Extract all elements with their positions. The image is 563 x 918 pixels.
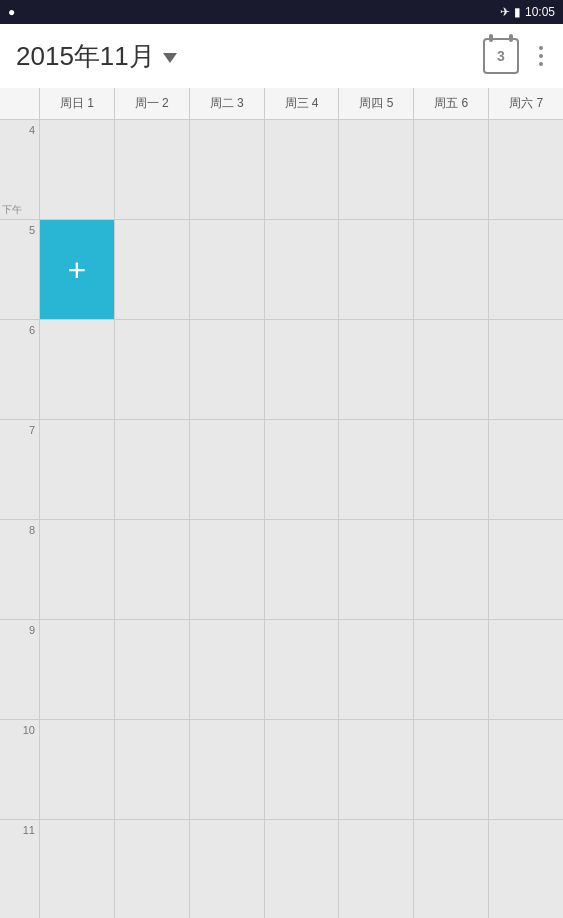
days-grid: + — [40, 120, 563, 918]
app-header: 2015年11月 3 — [0, 24, 563, 88]
day-cell-thu-4 — [339, 120, 413, 220]
weekday-mon: 周一 2 — [115, 88, 190, 119]
day-cell-mon-6 — [115, 320, 189, 420]
day-cell-sun-10 — [40, 720, 114, 820]
day-cell-mon-8 — [115, 520, 189, 620]
weekday-fri: 周五 6 — [414, 88, 489, 119]
time-label-8: 8 — [29, 524, 35, 536]
day-cell-sun-5[interactable]: + — [40, 220, 114, 320]
day-cell-wed-6 — [265, 320, 339, 420]
status-bar: ● ✈ ▮ 10:05 — [0, 0, 563, 24]
airplane-icon: ✈ — [500, 5, 510, 19]
day-column-sun: + — [40, 120, 115, 918]
day-cell-fri-4 — [414, 120, 488, 220]
weekday-thu: 周四 5 — [339, 88, 414, 119]
time-col-spacer — [0, 88, 40, 119]
day-cell-thu-5 — [339, 220, 413, 320]
month-year-label: 2015年11月 — [16, 39, 155, 74]
day-cell-fri-9 — [414, 620, 488, 720]
time-label-11: 11 — [23, 824, 35, 836]
day-cell-mon-11 — [115, 820, 189, 918]
day-cell-mon-7 — [115, 420, 189, 520]
day-cell-sat-5 — [489, 220, 563, 320]
time-slot-10: 10 — [0, 720, 39, 820]
header-icons: 3 — [483, 38, 547, 74]
time-slot-8: 8 — [0, 520, 39, 620]
calendar-icon-date: 3 — [497, 48, 505, 64]
day-cell-sat-10 — [489, 720, 563, 820]
day-cell-sat-4 — [489, 120, 563, 220]
day-column-fri — [414, 120, 489, 918]
time-label-6: 6 — [29, 324, 35, 336]
time-slot-6: 6 — [0, 320, 39, 420]
day-cell-thu-11 — [339, 820, 413, 918]
weekday-header: 周日 1 周一 2 周二 3 周三 4 周四 5 周五 6 周六 7 — [0, 88, 563, 120]
day-cell-tue-8 — [190, 520, 264, 620]
month-title[interactable]: 2015年11月 — [16, 39, 177, 74]
day-cell-mon-4 — [115, 120, 189, 220]
day-cell-fri-8 — [414, 520, 488, 620]
day-column-tue — [190, 120, 265, 918]
day-cell-tue-6 — [190, 320, 264, 420]
day-cell-sat-7 — [489, 420, 563, 520]
time-slot-5: 5 — [0, 220, 39, 320]
day-cell-thu-8 — [339, 520, 413, 620]
wifi-icon: ● — [8, 5, 15, 19]
time-label-7: 7 — [29, 424, 35, 436]
dropdown-arrow-icon — [163, 53, 177, 63]
day-cell-tue-9 — [190, 620, 264, 720]
day-cell-thu-10 — [339, 720, 413, 820]
weekday-sun: 周日 1 — [40, 88, 115, 119]
day-cell-fri-6 — [414, 320, 488, 420]
day-cell-fri-7 — [414, 420, 488, 520]
afternoon-label: 下午 — [0, 203, 22, 217]
battery-icon: ▮ — [514, 5, 521, 19]
day-cell-thu-7 — [339, 420, 413, 520]
more-dot-3 — [539, 62, 543, 66]
day-cell-wed-5 — [265, 220, 339, 320]
time-label-10: 10 — [23, 724, 35, 736]
add-event-plus-icon: + — [68, 254, 87, 286]
weekday-wed: 周三 4 — [265, 88, 340, 119]
day-column-mon — [115, 120, 190, 918]
day-cell-fri-5 — [414, 220, 488, 320]
time-label-5: 5 — [29, 224, 35, 236]
time-label-4: 4 — [29, 124, 35, 136]
time-slot-4: 4 下午 — [0, 120, 39, 220]
more-options-button[interactable] — [535, 42, 547, 70]
day-cell-sat-11 — [489, 820, 563, 918]
day-cell-tue-7 — [190, 420, 264, 520]
calendar-goto-button[interactable]: 3 — [483, 38, 519, 74]
day-cell-tue-4 — [190, 120, 264, 220]
day-cell-mon-9 — [115, 620, 189, 720]
day-column-thu — [339, 120, 414, 918]
more-dot-1 — [539, 46, 543, 50]
more-dot-2 — [539, 54, 543, 58]
calendar-body: 4 下午 5 6 7 8 9 10 11 — [0, 120, 563, 918]
day-cell-wed-9 — [265, 620, 339, 720]
day-cell-wed-8 — [265, 520, 339, 620]
time-column: 4 下午 5 6 7 8 9 10 11 — [0, 120, 40, 918]
day-cell-tue-5 — [190, 220, 264, 320]
day-cell-tue-10 — [190, 720, 264, 820]
status-right: ✈ ▮ 10:05 — [500, 5, 555, 19]
day-cell-wed-7 — [265, 420, 339, 520]
day-cell-sun-8 — [40, 520, 114, 620]
time-slot-11: 11 — [0, 820, 39, 918]
day-cell-sat-9 — [489, 620, 563, 720]
day-cell-fri-11 — [414, 820, 488, 918]
day-column-sat — [489, 120, 563, 918]
add-event-button[interactable]: + — [59, 252, 95, 288]
day-cell-thu-6 — [339, 320, 413, 420]
day-cell-mon-5 — [115, 220, 189, 320]
status-time: 10:05 — [525, 5, 555, 19]
day-cell-sun-4 — [40, 120, 114, 220]
day-cell-sun-9 — [40, 620, 114, 720]
time-slot-9: 9 — [0, 620, 39, 720]
time-slot-7: 7 — [0, 420, 39, 520]
day-cell-tue-11 — [190, 820, 264, 918]
day-cell-thu-9 — [339, 620, 413, 720]
day-cell-mon-10 — [115, 720, 189, 820]
day-cell-fri-10 — [414, 720, 488, 820]
day-cell-sun-7 — [40, 420, 114, 520]
